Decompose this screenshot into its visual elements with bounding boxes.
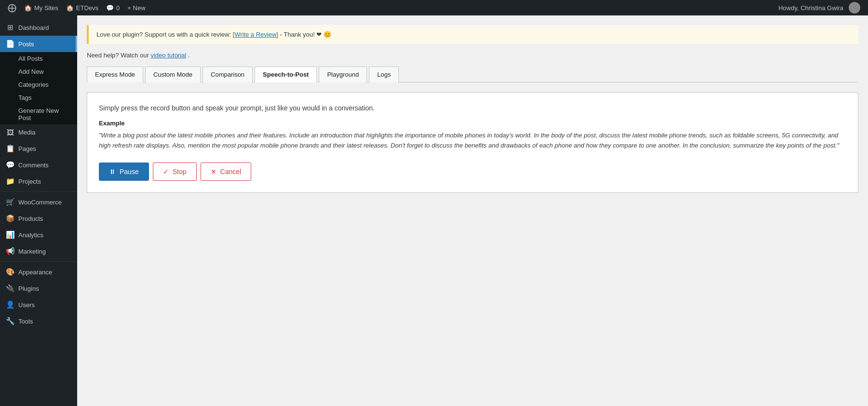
my-sites-link[interactable]: 🏠 My Sites <box>20 0 62 15</box>
products-icon: 📦 <box>6 214 14 223</box>
tab-playground[interactable]: Playground <box>319 67 367 82</box>
tab-express-mode[interactable]: Express Mode <box>87 67 143 82</box>
sidebar-item-analytics[interactable]: 📊 Analytics <box>0 227 77 243</box>
stop-button[interactable]: ✓ Stop <box>153 162 197 181</box>
cancel-x-icon: ✕ <box>211 168 217 176</box>
video-tutorial-link[interactable]: video tutorial <box>150 52 186 59</box>
tab-speech-to-post[interactable]: Speech-to-Post <box>255 67 317 82</box>
wp-logo: ⨁ <box>4 2 20 13</box>
help-suffix: . <box>188 52 190 59</box>
write-review-link[interactable]: [Write a Review] <box>233 31 278 38</box>
comments-nav-icon: 💬 <box>6 161 14 169</box>
submenu-all-posts[interactable]: All Posts <box>0 52 77 65</box>
help-prefix: Need help? Watch our <box>87 52 150 59</box>
sidebar-label-analytics: Analytics <box>18 231 43 239</box>
my-sites-label: My Sites <box>34 4 58 12</box>
dashboard-icon: ⊞ <box>6 23 14 32</box>
new-label: + New <box>127 4 145 12</box>
sidebar-label-products: Products <box>18 215 43 222</box>
submenu-add-new[interactable]: Add New <box>0 65 77 78</box>
example-label: Example <box>99 120 846 127</box>
button-row: ⏸ Pause ✓ Stop ✕ Cancel <box>99 162 846 181</box>
admin-bar: ⨁ 🏠 My Sites 🏠 ETDevs 💬 0 + New Howdy, C… <box>0 0 868 15</box>
sidebar-item-woocommerce[interactable]: 🛒 WooCommerce <box>0 194 77 210</box>
new-content-link[interactable]: + New <box>123 0 149 15</box>
help-text: Need help? Watch our video tutorial . <box>87 52 858 59</box>
intro-text: Simply press the record button and speak… <box>99 104 846 112</box>
projects-icon: 📁 <box>6 177 14 186</box>
example-text: "Write a blog post about the latest mobi… <box>99 131 846 151</box>
appearance-icon: 🎨 <box>6 268 14 276</box>
sidebar-label-plugins: Plugins <box>18 285 39 292</box>
sidebar-item-posts[interactable]: 📄 Posts <box>0 36 77 52</box>
sidebar-item-pages[interactable]: 📋 Pages <box>0 140 77 157</box>
sidebar-label-comments: Comments <box>18 162 49 169</box>
sidebar-label-dashboard: Dashboard <box>18 24 49 31</box>
main-content: Love our plugin? Support us with a quick… <box>77 15 868 406</box>
sidebar-item-dashboard[interactable]: ⊞ Dashboard <box>0 19 77 36</box>
user-avatar <box>849 2 860 14</box>
sidebar-label-projects: Projects <box>18 178 41 185</box>
sidebar-item-plugins[interactable]: 🔌 Plugins <box>0 280 77 297</box>
sidebar-label-media: Media <box>18 129 35 136</box>
tab-logs[interactable]: Logs <box>369 67 399 82</box>
sidebar-label-tools: Tools <box>18 318 33 325</box>
home-icon: 🏠 <box>24 4 32 12</box>
pages-icon: 📋 <box>6 144 14 153</box>
media-icon: 🖼 <box>6 128 14 136</box>
sidebar-label-marketing: Marketing <box>18 248 46 255</box>
sidebar-item-comments[interactable]: 💬 Comments <box>0 157 77 173</box>
sidebar-item-tools[interactable]: 🔧 Tools <box>0 313 77 329</box>
notice-suffix: - Thank you! ❤ 😊 <box>280 31 331 38</box>
woocommerce-icon: 🛒 <box>6 198 14 206</box>
sidebar-item-products[interactable]: 📦 Products <box>0 210 77 227</box>
notice-text: Love our plugin? Support us with a quick… <box>96 31 233 38</box>
posts-submenu: All Posts Add New Categories Tags Genera… <box>0 52 77 124</box>
sidebar-item-appearance[interactable]: 🎨 Appearance <box>0 264 77 280</box>
user-greeting[interactable]: Howdy, Christina Gwira <box>774 0 864 15</box>
sidebar-label-appearance: Appearance <box>18 269 52 276</box>
submenu-categories[interactable]: Categories <box>0 78 77 91</box>
sidebar-item-media[interactable]: 🖼 Media <box>0 124 77 140</box>
content-panel: Simply press the record button and speak… <box>87 92 858 193</box>
sidebar-label-woocommerce: WooCommerce <box>18 199 62 206</box>
pause-icon: ⏸ <box>109 168 116 176</box>
site-name-label: ETDevs <box>76 4 98 12</box>
pause-label: Pause <box>120 168 139 176</box>
site-name-link[interactable]: 🏠 ETDevs <box>62 0 102 15</box>
cancel-button[interactable]: ✕ Cancel <box>201 162 252 181</box>
marketing-icon: 📢 <box>6 247 14 256</box>
submenu-generate-new-post[interactable]: Generate New Post <box>0 104 77 124</box>
comments-link[interactable]: 💬 0 <box>102 0 123 15</box>
submenu-tags[interactable]: Tags <box>0 91 77 104</box>
stop-label: Stop <box>173 168 187 176</box>
comment-icon: 💬 <box>106 4 114 12</box>
users-icon: 👤 <box>6 300 14 309</box>
sidebar-item-projects[interactable]: 📁 Projects <box>0 173 77 189</box>
comment-count: 0 <box>116 4 120 12</box>
stop-check-icon: ✓ <box>163 168 169 176</box>
site-icon: 🏠 <box>66 4 74 12</box>
plugins-icon: 🔌 <box>6 284 14 293</box>
posts-icon: 📄 <box>6 40 14 48</box>
sidebar-item-marketing[interactable]: 📢 Marketing <box>0 243 77 259</box>
sidebar-label-users: Users <box>18 301 35 309</box>
tools-icon: 🔧 <box>6 317 14 325</box>
tab-custom-mode[interactable]: Custom Mode <box>145 67 201 82</box>
analytics-icon: 📊 <box>6 230 14 239</box>
sidebar-label-pages: Pages <box>18 145 36 152</box>
sidebar-label-posts: Posts <box>18 41 34 48</box>
tab-comparison[interactable]: Comparison <box>203 67 253 82</box>
pause-button[interactable]: ⏸ Pause <box>99 162 149 181</box>
notice-banner: Love our plugin? Support us with a quick… <box>87 25 858 44</box>
cancel-label: Cancel <box>220 168 242 176</box>
sidebar-item-users[interactable]: 👤 Users <box>0 297 77 313</box>
user-name: Howdy, Christina Gwira <box>778 4 843 12</box>
sidebar: ⊞ Dashboard 📄 Posts All Posts Add New Ca… <box>0 15 77 406</box>
tab-navigation: Express Mode Custom Mode Comparison Spee… <box>87 67 858 82</box>
